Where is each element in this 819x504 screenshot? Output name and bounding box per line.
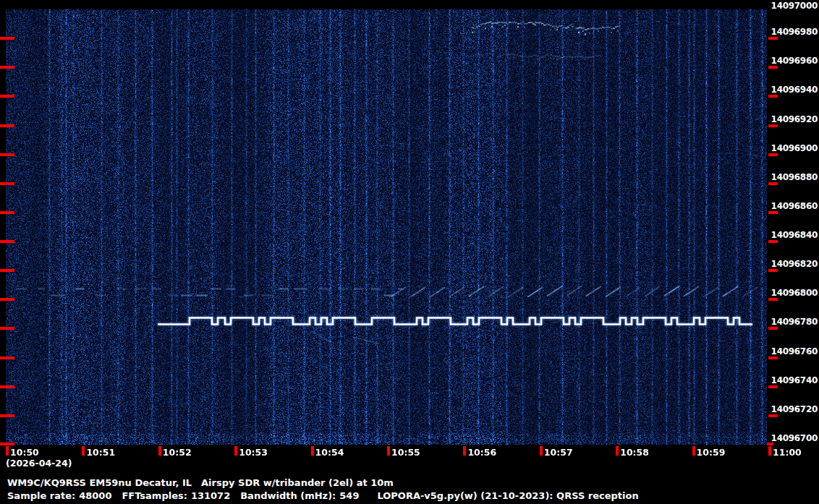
frequency-tick-left bbox=[0, 153, 14, 156]
station-info-line: WM9C/KQ9RSS EM59nu Decatur, ILAirspy SDR… bbox=[7, 477, 394, 488]
station-receiver-antenna: Airspy SDR w/tribander (2el) at 10m bbox=[201, 477, 394, 488]
frequency-tick-left bbox=[0, 414, 14, 417]
frequency-tick-right bbox=[768, 37, 778, 40]
frequency-tick-right bbox=[768, 211, 778, 214]
frequency-tick-right bbox=[768, 240, 778, 243]
fft-samples-label: FFTsamples: bbox=[122, 490, 187, 501]
sample-rate-label: Sample rate: bbox=[7, 490, 75, 501]
time-tick bbox=[540, 446, 543, 456]
time-tick-label: 10:50 bbox=[10, 448, 39, 457]
frequency-tick-left bbox=[0, 95, 14, 98]
time-tick-label: 10:59 bbox=[697, 448, 726, 457]
time-tick bbox=[311, 446, 314, 456]
frequency-tick-right bbox=[768, 385, 778, 388]
fft-samples-value: 131072 bbox=[191, 490, 230, 501]
frequency-tick-left bbox=[0, 37, 14, 40]
axis-corner-tick-right bbox=[767, 443, 773, 445]
time-tick-label: 10:51 bbox=[86, 448, 115, 457]
frequency-tick-left bbox=[0, 211, 14, 214]
fft-samples-field: FFTsamples:131072 bbox=[122, 490, 230, 501]
time-tick bbox=[6, 446, 9, 456]
frequency-tick-label: 14096840 bbox=[771, 230, 818, 240]
axis-corner-tick-left bbox=[0, 443, 14, 445]
time-tick-label: 10:56 bbox=[467, 448, 496, 457]
frequency-tick-left bbox=[0, 269, 14, 272]
time-tick bbox=[158, 446, 161, 456]
frequency-tick-label: 14096860 bbox=[771, 201, 818, 211]
settings-info-line: Sample rate:48000FFTsamples:131072Bandwi… bbox=[7, 490, 639, 501]
time-tick-label: 10:53 bbox=[239, 448, 268, 457]
frequency-tick-left bbox=[0, 298, 14, 301]
frequency-tick-label: 14096780 bbox=[771, 317, 818, 327]
bandwidth-field: Bandwidth (mHz):549 bbox=[240, 490, 359, 501]
frequency-tick-left bbox=[0, 327, 14, 330]
frequency-tick-label: 14096940 bbox=[771, 85, 818, 95]
time-tick-label: 10:57 bbox=[544, 448, 573, 457]
time-tick bbox=[387, 446, 390, 456]
frequency-tick-right bbox=[768, 153, 778, 156]
frequency-tick-right bbox=[768, 414, 778, 417]
time-tick bbox=[234, 446, 237, 456]
frequency-tick-left bbox=[0, 66, 14, 69]
frequency-tick-right bbox=[768, 124, 778, 127]
spectrogram-canvas bbox=[6, 9, 767, 445]
frequency-tick-label: 14096740 bbox=[771, 375, 818, 385]
frequency-tick-right bbox=[768, 327, 778, 330]
time-tick bbox=[463, 446, 466, 456]
date-label: (2026-04-24) bbox=[6, 458, 72, 469]
frequency-tick-label: 14096800 bbox=[771, 288, 818, 298]
frequency-tick-label: 14096760 bbox=[771, 346, 818, 356]
time-tick bbox=[82, 446, 85, 456]
time-tick-label: 10:52 bbox=[163, 448, 192, 457]
frequency-tick-label: 14096980 bbox=[771, 27, 818, 37]
frequency-tick-right bbox=[768, 95, 778, 98]
frequency-tick-label: 14096880 bbox=[771, 172, 818, 182]
sample-rate-value: 48000 bbox=[79, 490, 111, 501]
qrss-grabber-screen: 1409700014096980140969601409694014096920… bbox=[0, 0, 819, 504]
frequency-tick-left bbox=[0, 124, 14, 127]
frequency-tick-label: 14096960 bbox=[771, 56, 818, 66]
time-tick bbox=[692, 446, 695, 456]
frequency-tick-right bbox=[768, 356, 778, 359]
frequency-tick-right bbox=[768, 66, 778, 69]
bandwidth-value: 549 bbox=[339, 490, 359, 501]
frequency-tick-right bbox=[768, 298, 778, 301]
time-tick bbox=[768, 446, 771, 456]
frequency-tick-right bbox=[768, 182, 778, 185]
frequency-tick-label: 14096820 bbox=[771, 259, 818, 269]
time-tick-label: 10:54 bbox=[315, 448, 344, 457]
sample-rate-field: Sample rate:48000 bbox=[7, 490, 111, 501]
frequency-tick-left bbox=[0, 385, 14, 388]
program-version-text: LOPORA-v5g.py(w) (21-10-2023): QRSS rece… bbox=[377, 490, 638, 501]
time-tick-label: 10:55 bbox=[391, 448, 420, 457]
frequency-tick-left bbox=[0, 240, 14, 243]
frequency-tick-right bbox=[768, 269, 778, 272]
frequency-tick-label: 14096720 bbox=[771, 404, 818, 414]
frequency-tick-left bbox=[0, 182, 14, 185]
frequency-tick-label: 14096900 bbox=[771, 143, 818, 153]
frequency-tick-left bbox=[0, 356, 14, 359]
frequency-tick-label: 14096700 bbox=[771, 433, 818, 443]
frequency-tick-label: 14097000 bbox=[771, 1, 818, 11]
bandwidth-label: Bandwidth (mHz): bbox=[240, 490, 336, 501]
time-tick-label: 11:00 bbox=[773, 448, 802, 457]
station-callsign-grid-location: WM9C/KQ9RSS EM59nu Decatur, IL bbox=[7, 477, 192, 488]
time-tick bbox=[616, 446, 619, 456]
time-tick-label: 10:58 bbox=[620, 448, 649, 457]
frequency-tick-label: 14096920 bbox=[771, 114, 818, 124]
